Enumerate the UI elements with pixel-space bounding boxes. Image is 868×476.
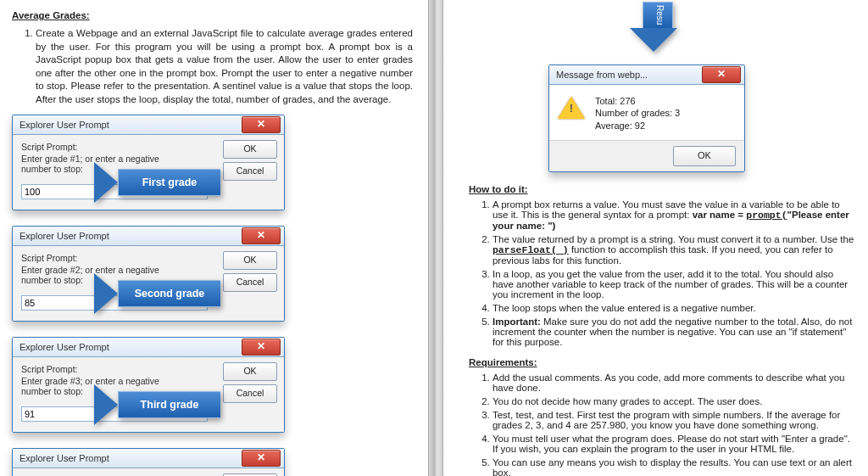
requirements-heading: Requirements: (469, 357, 854, 367)
dialog-left: Script Prompt: Enter grade #3; or enter … (21, 364, 191, 422)
result-arrow-area: Resu (469, 10, 854, 61)
msg-line: Average: 92 (595, 120, 680, 132)
dialog-title-bar: Explorer User Prompt ✕ (13, 338, 284, 357)
list-item: Important: Make sure you do not add the … (492, 316, 854, 347)
dialog-left: Script Prompt: Enter grade #1; or enter … (21, 142, 191, 199)
page-divider (428, 0, 443, 476)
cancel-button[interactable]: Cancel (223, 273, 277, 292)
intro-text: Create a Webpage and an external JavaScr… (36, 27, 413, 106)
cancel-button[interactable]: Cancel (223, 384, 277, 403)
page: Average Grades: Create a Webpage and an … (0, 0, 868, 476)
dialog-title-bar: Explorer User Prompt ✕ (13, 227, 284, 246)
dialog-title: Explorer User Prompt (19, 453, 109, 463)
prompt-text: Enter grade #1; or enter a negative numb… (21, 154, 191, 174)
ok-button[interactable]: OK (223, 251, 277, 270)
list-item: Add the usual comments. As you code, add… (492, 372, 854, 393)
prompt-dialog: Explorer User Prompt ✕ Script Prompt: En… (12, 115, 285, 210)
howto-heading: How to do it: (469, 184, 854, 194)
howto-list: A prompt box returns a value. You must s… (469, 199, 854, 347)
list-item: You do not decide how many grades to acc… (492, 396, 854, 406)
msg-line: Total: 276 (595, 95, 680, 107)
prompt-dialog: Explorer User Prompt ✕ Script Prompt: En… (12, 226, 285, 322)
dialog-buttons: OK Cancel (223, 362, 275, 406)
dialog-body: Script Prompt: Enter grade #1; or enter … (13, 135, 284, 210)
right-column: Resu Message from webp... ✕ Total: 276 N… (443, 0, 868, 476)
close-icon[interactable]: ✕ (702, 66, 741, 83)
message-box-footer: OK (549, 140, 744, 171)
left-column: Average Grades: Create a Webpage and an … (0, 0, 428, 476)
dialog-title: Explorer User Prompt (19, 120, 109, 130)
result-arrow: Resu (638, 2, 677, 52)
dialog-body: Script Prompt: Enter grade #3; or enter … (13, 357, 284, 432)
ok-button[interactable]: OK (673, 146, 736, 166)
close-icon[interactable]: ✕ (242, 450, 281, 467)
close-icon[interactable]: ✕ (242, 227, 281, 244)
message-box-titlebar: Message from webp... ✕ (549, 65, 744, 85)
list-item: Test, test, and test. First test the pro… (492, 410, 854, 430)
msg-line: Number of grades: 3 (595, 107, 680, 119)
dialog-title: Explorer User Prompt (19, 342, 109, 352)
prompt-dialog: Explorer User Prompt ✕ Script Prompt: En… (12, 337, 285, 433)
dialog-body: Script Prompt: Enter grade #2; or enter … (13, 246, 284, 321)
ok-button[interactable]: OK (223, 362, 277, 381)
script-prompt-label: Script Prompt: (21, 364, 191, 374)
script-prompt-label: Script Prompt: (21, 253, 191, 263)
dialog-buttons: OK Cancel (223, 140, 275, 184)
result-arrow-label: Resu (643, 2, 673, 28)
list-item: The value returned by a prompt is a stri… (492, 234, 854, 266)
dialog-body: Script Prompt: Enter grade #4; or enter … (13, 468, 284, 476)
dialog-title-bar: Explorer User Prompt ✕ (13, 115, 284, 135)
dialog-buttons: OK Cancel (223, 251, 275, 295)
ok-button[interactable]: OK (223, 140, 277, 159)
dialog-title: Explorer User Prompt (19, 231, 109, 241)
prompt-input[interactable] (21, 184, 208, 199)
requirements-list: Add the usual comments. As you code, add… (469, 372, 854, 476)
message-box: Message from webp... ✕ Total: 276 Number… (548, 64, 745, 172)
prompt-input[interactable] (21, 406, 208, 422)
intro-list: Create a Webpage and an external JavaScr… (12, 27, 413, 106)
dialog-left: Script Prompt: Enter grade #2; or enter … (21, 253, 191, 311)
cancel-button[interactable]: Cancel (223, 162, 277, 181)
list-item: You can use any means you wish to displa… (492, 457, 854, 476)
list-item: In a loop, as you get the value from the… (492, 269, 854, 300)
list-item: The loop stops when the value entered is… (492, 303, 854, 313)
close-icon[interactable]: ✕ (242, 116, 281, 133)
list-item: You must tell user what the program does… (492, 434, 854, 454)
prompt-dialog: Explorer User Prompt ✕ Script Prompt: En… (12, 448, 285, 476)
prompt-text: Enter grade #3; or enter a negative numb… (21, 376, 191, 396)
prompt-text: Enter grade #2; or enter a negative numb… (21, 265, 191, 285)
message-box-title: Message from webp... (556, 70, 648, 80)
list-item: A prompt box returns a value. You must s… (492, 199, 854, 231)
script-prompt-label: Script Prompt: (21, 142, 191, 152)
dialog-title-bar: Explorer User Prompt ✕ (13, 449, 284, 468)
message-text: Total: 276 Number of grades: 3 Average: … (595, 95, 680, 132)
left-heading: Average Grades: (12, 10, 413, 20)
warning-icon (558, 97, 585, 119)
message-box-body: Total: 276 Number of grades: 3 Average: … (549, 85, 744, 140)
prompt-input[interactable] (21, 295, 208, 311)
close-icon[interactable]: ✕ (242, 339, 281, 356)
